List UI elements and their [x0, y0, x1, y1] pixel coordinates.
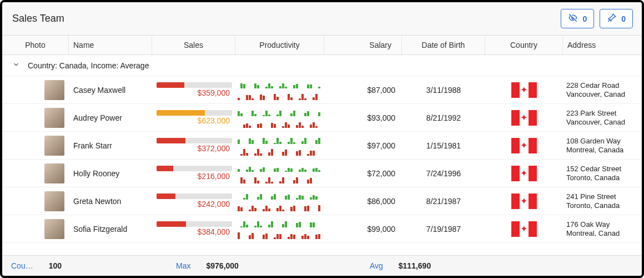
country-cell: ✦ — [485, 163, 563, 183]
productivity-spark — [235, 133, 324, 158]
name-cell: Frank Starr — [69, 139, 152, 152]
dob-cell: 3/11/1988 — [402, 83, 485, 97]
avatar — [44, 108, 64, 128]
dob-cell: 1/15/1981 — [402, 139, 485, 152]
productivity-spark — [235, 189, 324, 214]
dob-cell: 8/21/1992 — [402, 111, 485, 125]
avatar — [44, 163, 64, 183]
productivity-spark — [235, 78, 324, 102]
salary-cell: $99,000 — [324, 222, 402, 236]
sales-cell: $623,000 — [152, 108, 235, 127]
address-cell: 152 Cedar StreetToronto, Canada — [563, 162, 641, 184]
col-address[interactable]: Address — [563, 36, 642, 54]
col-salary[interactable]: Salary — [324, 36, 402, 54]
eye-off-icon — [568, 13, 578, 24]
salary-cell: $93,000 — [324, 111, 402, 125]
name-cell: Greta Newton — [69, 195, 152, 208]
avatar — [44, 136, 64, 156]
country-cell: ✦ — [485, 219, 563, 239]
name-cell: Sofia Fitzgerald — [69, 222, 152, 236]
flag-canada-icon: ✦ — [511, 193, 537, 209]
footer-count-value: 100 — [49, 261, 62, 270]
name-cell: Holly Rooney — [69, 167, 152, 180]
pinned-columns-badge[interactable]: 0 — [600, 9, 633, 28]
footer-max-label[interactable]: Max — [176, 261, 190, 270]
pinned-count: 0 — [621, 14, 626, 23]
sales-cell: $242,000 — [152, 191, 235, 211]
salary-cell: $72,000 — [324, 167, 402, 180]
table-row[interactable]: Audrey Power$623,000$93,0008/21/1992✦223… — [2, 104, 642, 132]
footer-max-value: $976,000 — [207, 261, 239, 270]
avatar — [44, 80, 64, 100]
hidden-columns-badge[interactable]: 0 — [561, 9, 594, 28]
column-header-row: Photo Name Sales Productivity Salary Dat… — [2, 36, 642, 55]
table-row[interactable]: Casey Maxwell$359,000$87,0003/11/1988✦22… — [2, 76, 642, 104]
productivity-spark — [235, 106, 324, 130]
salary-cell: $86,000 — [324, 195, 402, 208]
pin-icon — [607, 13, 617, 24]
dob-cell: 7/24/1996 — [402, 167, 485, 180]
table-body: Casey Maxwell$359,000$87,0003/11/1988✦22… — [2, 76, 642, 255]
address-cell: 176 Oak WayMontreal, Canad — [563, 218, 641, 240]
badge-group: 0 0 — [561, 9, 633, 28]
table-row[interactable]: Frank Starr$372,000$97,0001/15/1981✦108 … — [2, 132, 642, 160]
name-cell: Audrey Power — [69, 111, 152, 125]
avatar — [44, 219, 64, 239]
country-cell: ✦ — [485, 108, 563, 128]
sales-cell: $372,000 — [152, 136, 235, 155]
table-row[interactable]: Sofia Fitzgerald$384,000$99,0007/19/1987… — [2, 215, 642, 243]
address-cell: 108 Garden WayMontreal, Canada — [563, 135, 641, 156]
flag-canada-icon: ✦ — [511, 221, 537, 237]
group-row[interactable]: Country: Canada, Income: Average — [2, 55, 642, 76]
col-sales[interactable]: Sales — [152, 36, 235, 54]
productivity-spark — [235, 217, 324, 241]
chevron-down-icon — [12, 61, 20, 70]
flag-canada-icon: ✦ — [511, 82, 537, 98]
country-cell: ✦ — [485, 136, 563, 156]
address-cell: 228 Cedar RoadVancouver, Canad — [563, 79, 641, 101]
col-dob[interactable]: Date of Birth — [402, 36, 485, 54]
flag-canada-icon: ✦ — [511, 110, 537, 126]
col-productivity[interactable]: Productivity — [235, 36, 324, 54]
footer-count-label[interactable]: Cou… — [11, 261, 33, 270]
salary-cell: $87,000 — [324, 83, 402, 97]
table-row[interactable]: Greta Newton$242,000$86,0008/21/1987✦241… — [2, 187, 642, 215]
sales-cell: $384,000 — [152, 219, 235, 239]
dob-cell: 8/21/1987 — [402, 195, 485, 208]
flag-canada-icon: ✦ — [511, 138, 537, 153]
col-photo[interactable]: Photo — [2, 36, 69, 54]
summary-footer: Cou… 100 Max $976,000 Avg $111,690 — [2, 255, 642, 276]
name-cell: Casey Maxwell — [69, 83, 152, 97]
dob-cell: 7/19/1987 — [402, 222, 485, 236]
footer-avg-label[interactable]: Avg — [370, 261, 383, 270]
footer-avg-value: $111,690 — [399, 261, 431, 270]
page-title: Sales Team — [12, 13, 64, 24]
salary-cell: $97,000 — [324, 139, 402, 152]
title-bar: Sales Team 0 0 — [2, 2, 642, 36]
flag-canada-icon: ✦ — [511, 166, 537, 181]
address-cell: 241 Pine StreetToronto, Canada — [563, 190, 641, 212]
country-cell: ✦ — [485, 191, 563, 211]
avatar — [44, 191, 64, 211]
col-name[interactable]: Name — [69, 36, 152, 54]
group-label: Country: Canada, Income: Average — [28, 61, 149, 70]
country-cell: ✦ — [485, 80, 563, 100]
hidden-count: 0 — [582, 14, 587, 23]
address-cell: 223 Park StreetVancouver, Canad — [563, 107, 641, 128]
sales-cell: $216,000 — [152, 163, 235, 183]
table-row[interactable]: Holly Rooney$216,000$72,0007/24/1996✦152… — [2, 160, 642, 187]
productivity-spark — [235, 161, 324, 186]
sales-cell: $359,000 — [152, 80, 235, 100]
col-country[interactable]: Country — [485, 36, 563, 54]
